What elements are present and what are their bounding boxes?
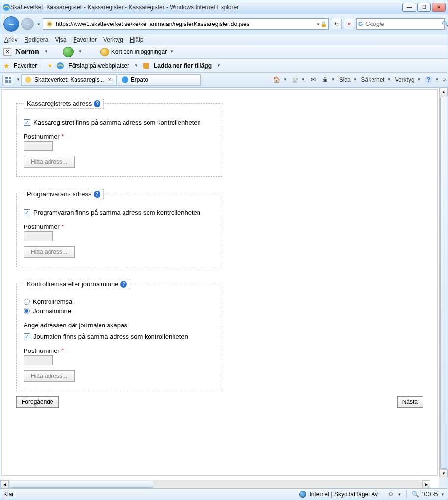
forward-button[interactable]: →: [21, 18, 34, 30]
tablist-dropdown[interactable]: ▼: [16, 77, 20, 82]
norton-vault-button[interactable]: Kort och inloggningar ▼: [97, 46, 177, 58]
postnummer-label-1: Postnummer *: [24, 133, 215, 140]
zoom-icon: 🔍: [412, 491, 419, 498]
prev-button[interactable]: Föregående: [16, 396, 59, 408]
horizontal-scrollbar[interactable]: ◀ ▶: [0, 480, 430, 488]
protected-dropdown[interactable]: ▼: [398, 492, 401, 497]
help-icon[interactable]: ?: [120, 281, 127, 288]
zoom-control[interactable]: 🔍 100 % ▼: [412, 491, 445, 498]
close-button[interactable]: ✕: [432, 3, 446, 12]
vertical-scrollbar[interactable]: ▲ ▼: [439, 88, 448, 477]
radio-kontrollremsa-label: Kontrollremsa: [33, 298, 72, 305]
refresh-button[interactable]: ↻: [331, 19, 342, 29]
zoom-dropdown[interactable]: ▼: [441, 492, 445, 497]
radio-journalminne-label: Journalminne: [33, 307, 71, 315]
address-bar[interactable]: ▼ 🔒: [43, 18, 329, 30]
hscroll-track[interactable]: [9, 480, 422, 488]
favorites-star-icon[interactable]: ★: [3, 62, 10, 70]
svg-point-9: [25, 77, 31, 83]
checkbox-journal-same-address[interactable]: ✓: [24, 333, 30, 340]
print-button[interactable]: 🖶▼: [321, 76, 335, 84]
ie-small-icon: [56, 62, 64, 70]
postnummer-input-1[interactable]: [24, 141, 53, 151]
tabs-bar: ▼ Skatteverket: Kassaregis... ✕ Erpato 🏠…: [0, 73, 448, 87]
page-menu[interactable]: Sida▼: [339, 76, 357, 83]
quicktabs-button[interactable]: [2, 75, 14, 85]
menubar: Arkiv Redigera Visa Favoriter Verktyg Hj…: [0, 34, 448, 45]
menu-redigera[interactable]: Redigera: [25, 36, 49, 43]
vscroll-thumb[interactable]: [440, 97, 447, 469]
status-text: Klar: [3, 491, 14, 498]
globe-icon: [299, 491, 306, 498]
hitta-adress-button-3[interactable]: Hitta adress...: [24, 370, 75, 382]
page-label: Sida: [339, 76, 351, 83]
help-icon[interactable]: ?: [94, 191, 100, 198]
norton-status-icon[interactable]: [63, 47, 74, 57]
maximize-button[interactable]: ☐: [417, 3, 431, 12]
vscroll-down[interactable]: ▼: [440, 469, 448, 477]
legend-programvara: Programvarans adress ?: [24, 189, 104, 199]
lock-icon: 🔒: [320, 21, 327, 27]
add-fav-icon[interactable]: ★: [48, 62, 52, 69]
tab1-favicon: [25, 76, 32, 84]
help-icon[interactable]: ?: [94, 100, 100, 107]
postnummer-label-2: Postnummer *: [24, 223, 215, 230]
minimize-button[interactable]: —: [402, 3, 416, 12]
ie-window: Skatteverket: Kassaregister - Kassaregis…: [0, 0, 448, 500]
url-dropdown[interactable]: ▼: [316, 22, 320, 26]
postnummer-input-2[interactable]: [24, 231, 53, 241]
overflow-chevron[interactable]: »: [443, 77, 446, 82]
hscroll-left[interactable]: ◀: [0, 480, 9, 488]
hscroll-right[interactable]: ▶: [422, 480, 430, 488]
checkbox-kassa-same-address[interactable]: ✓: [24, 119, 30, 126]
norton-status-dropdown[interactable]: ▼: [78, 50, 82, 54]
hitta-adress-button-1[interactable]: Hitta adress...: [24, 156, 75, 168]
tools-menu[interactable]: Verktyg▼: [395, 76, 421, 83]
nav-history-dropdown[interactable]: ▼: [37, 22, 41, 26]
vscroll-up[interactable]: ▲: [440, 88, 448, 96]
favorites-bar: ★ Favoriter ★ Förslag på webbplatser ▼ L…: [0, 59, 448, 73]
menu-visa[interactable]: Visa: [55, 36, 66, 43]
search-input[interactable]: [364, 20, 440, 28]
help-button[interactable]: ?▼: [425, 76, 439, 84]
tab2-favicon: [121, 76, 129, 84]
norton-close[interactable]: ✕: [3, 48, 11, 56]
hitta-adress-button-2[interactable]: Hitta adress...: [24, 246, 75, 258]
suggested-sites[interactable]: Förslag på webbplatser: [68, 62, 129, 69]
svg-rect-6: [9, 77, 11, 79]
home-button[interactable]: 🏠▼: [273, 76, 287, 84]
tab-erpato[interactable]: Erpato: [118, 74, 201, 86]
norton-dropdown[interactable]: ▼: [44, 50, 48, 54]
menu-hjalp[interactable]: Hjälp: [130, 36, 143, 43]
search-box[interactable]: G 🔍: [356, 18, 445, 30]
back-button[interactable]: ←: [3, 16, 19, 32]
menu-favoriter[interactable]: Favoriter: [74, 36, 97, 43]
radio-journalminne[interactable]: [24, 308, 30, 314]
protected-mode-icon[interactable]: ⚙: [388, 491, 394, 498]
get-addons[interactable]: Ladda ner fler tillägg: [154, 62, 212, 69]
mail-button[interactable]: ✉: [309, 76, 317, 84]
radio-kontrollremsa[interactable]: [24, 299, 30, 305]
checkbox-program-same-address[interactable]: ✓: [24, 209, 30, 216]
ie-icon: [2, 3, 10, 11]
safety-menu[interactable]: Säkerhet▼: [361, 76, 391, 83]
search-button-icon[interactable]: 🔍: [442, 21, 448, 27]
help-icon: ?: [425, 76, 433, 84]
svg-point-2: [48, 23, 51, 25]
favorites-label[interactable]: Favoriter: [14, 62, 37, 69]
tab-skatteverket[interactable]: Skatteverket: Kassaregis... ✕: [21, 74, 117, 86]
hscroll-thumb[interactable]: [9, 481, 153, 488]
tab1-close[interactable]: ✕: [106, 76, 113, 83]
menu-arkiv[interactable]: Arkiv: [4, 36, 18, 43]
stop-button[interactable]: ✕: [344, 19, 354, 29]
feeds-button[interactable]: ▧▼: [291, 76, 305, 84]
postnummer-input-3[interactable]: [24, 355, 53, 365]
url-input[interactable]: [55, 20, 315, 28]
tab2-label: Erpato: [131, 76, 198, 83]
addons-dropdown[interactable]: ▼: [217, 63, 221, 68]
norton-vault-dropdown[interactable]: ▼: [170, 50, 174, 54]
google-icon: G: [358, 21, 363, 27]
next-button[interactable]: Nästa: [397, 396, 423, 408]
menu-verktyg[interactable]: Verktyg: [103, 36, 123, 43]
suggested-dropdown[interactable]: ▼: [134, 63, 138, 68]
